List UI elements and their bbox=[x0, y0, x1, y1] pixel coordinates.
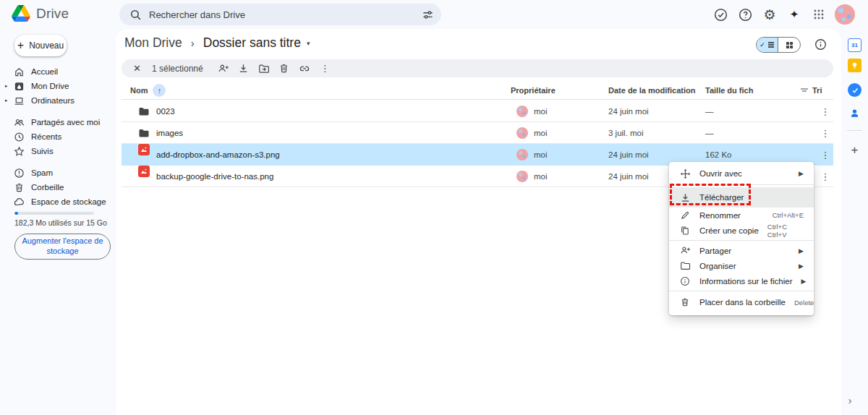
menu-item-informations[interactable]: Informations sur le fichier ▶ bbox=[669, 273, 814, 288]
list-view-toggle[interactable]: ✓ bbox=[757, 38, 778, 52]
sidebar-item-label: Récents bbox=[31, 132, 61, 141]
header-name[interactable]: Nom ↑ bbox=[130, 81, 166, 100]
shortcut-label: Delete bbox=[794, 299, 814, 307]
people-icon bbox=[13, 116, 25, 128]
open-with-icon bbox=[679, 168, 691, 179]
view-toggle: ✓ bbox=[756, 37, 801, 53]
plus-icon: + bbox=[17, 40, 24, 51]
drive-logo[interactable]: Drive bbox=[12, 5, 69, 22]
menu-separator bbox=[669, 240, 814, 241]
owner-name: moi bbox=[534, 129, 548, 137]
menu-item-corbeille[interactable]: Placer dans la corbeille Delete bbox=[669, 294, 814, 311]
image-file-icon bbox=[138, 166, 150, 177]
owner-name: moi bbox=[534, 172, 548, 181]
sidebar-item-stockage[interactable]: Espace de stockage bbox=[0, 194, 116, 209]
spam-icon bbox=[13, 167, 25, 179]
row-more-button[interactable]: ⋮ bbox=[820, 166, 831, 187]
close-icon[interactable]: ✕ bbox=[133, 63, 145, 74]
pencil-icon bbox=[679, 210, 691, 221]
left-sidebar: + Nouveau Accueil ▸ Mon Drive ▸ bbox=[0, 29, 116, 415]
header-size[interactable]: Taille du fich bbox=[705, 81, 753, 100]
upgrade-storage-button[interactable]: Augmenter l'espace de stockage bbox=[14, 234, 111, 260]
folder-icon bbox=[138, 122, 150, 144]
header-owner[interactable]: Propriétaire bbox=[511, 81, 556, 100]
shortcut-label: Ctrl+Alt+E bbox=[773, 211, 804, 219]
contacts-icon[interactable] bbox=[848, 106, 861, 120]
tasks-icon[interactable] bbox=[848, 83, 861, 97]
hide-panel-chevron-icon[interactable]: › bbox=[843, 393, 857, 408]
menu-item-renommer[interactable]: Renommer Ctrl+Alt+E bbox=[669, 208, 814, 223]
menu-separator bbox=[669, 291, 814, 291]
storage-progress-fill bbox=[14, 212, 18, 215]
trash-icon[interactable] bbox=[278, 63, 290, 74]
share-add-icon[interactable] bbox=[218, 63, 229, 74]
file-row-0023[interactable]: 0023 moi 24 juin moi — ⋮ bbox=[122, 100, 833, 122]
search-icon bbox=[129, 9, 142, 21]
top-bar: Drive ⚙ ✦ bbox=[0, 0, 868, 29]
info-icon bbox=[679, 275, 691, 287]
cloud-icon bbox=[13, 196, 25, 208]
info-icon[interactable] bbox=[814, 38, 827, 51]
help-icon[interactable] bbox=[736, 6, 754, 23]
sort-ascending-icon[interactable]: ↑ bbox=[153, 84, 166, 97]
search-bar[interactable] bbox=[119, 4, 441, 25]
new-button[interactable]: + Nouveau bbox=[14, 35, 67, 56]
sidebar-item-label: Spam bbox=[31, 168, 53, 177]
tune-icon[interactable] bbox=[422, 9, 434, 21]
calendar-icon[interactable]: 31 bbox=[848, 38, 861, 52]
sidebar-item-mon-drive[interactable]: ▸ Mon Drive bbox=[0, 79, 116, 93]
star-icon bbox=[13, 145, 25, 157]
sort-menu-button[interactable]: Tri bbox=[800, 81, 822, 100]
table-header: Nom ↑ Propriétaire Date de la modificati… bbox=[122, 81, 833, 100]
sidebar-item-corbeille[interactable]: Corbeille bbox=[0, 180, 116, 194]
settings-icon[interactable]: ⚙ bbox=[761, 6, 778, 23]
shortcut-label: Ctrl+C Ctrl+V bbox=[767, 223, 804, 239]
menu-item-organiser[interactable]: Organiser ▶ bbox=[669, 258, 814, 273]
sidebar-item-partages[interactable]: Partagés avec moi bbox=[0, 115, 116, 129]
menu-item-telecharger[interactable]: Télécharger bbox=[669, 187, 814, 208]
grid-view-toggle[interactable] bbox=[778, 38, 800, 52]
share-add-icon bbox=[679, 245, 691, 257]
list-icon bbox=[767, 41, 775, 48]
menu-item-partager[interactable]: Partager ▶ bbox=[669, 243, 814, 258]
expand-caret-icon[interactable]: ▸ bbox=[5, 98, 8, 103]
header-modified[interactable]: Date de la modification bbox=[608, 81, 695, 100]
gemini-icon[interactable]: ✦ bbox=[786, 6, 803, 23]
breadcrumb-caret-icon[interactable]: ▾ bbox=[307, 40, 310, 47]
sidebar-item-suivis[interactable]: Suivis bbox=[0, 144, 116, 158]
menu-item-creer-copie[interactable]: Créer une copie Ctrl+C Ctrl+V bbox=[669, 223, 814, 238]
sidebar-item-recents[interactable]: Récents bbox=[0, 129, 116, 144]
link-icon[interactable] bbox=[299, 63, 310, 74]
submenu-arrow-icon: ▶ bbox=[799, 247, 804, 254]
google-drive-window: Drive ⚙ ✦ bbox=[0, 0, 868, 415]
move-folder-icon[interactable] bbox=[258, 63, 270, 74]
breadcrumb-current[interactable]: Dossier sans titre bbox=[203, 35, 301, 51]
sidebar-item-spam[interactable]: Spam bbox=[0, 166, 116, 180]
menu-item-ouvrir-avec[interactable]: Ouvrir avec ▶ bbox=[669, 165, 814, 182]
sort-icon bbox=[800, 87, 809, 94]
sidebar-item-ordinateurs[interactable]: ▸ Ordinateurs bbox=[0, 93, 116, 108]
sidebar-item-accueil[interactable]: Accueil bbox=[0, 64, 116, 79]
avatar[interactable] bbox=[835, 4, 855, 25]
clock-icon bbox=[13, 131, 25, 142]
add-icon[interactable]: + bbox=[848, 143, 861, 157]
more-icon[interactable]: ⋮ bbox=[320, 63, 330, 74]
sidebar-item-label: Corbeille bbox=[31, 183, 64, 192]
apps-grid-icon[interactable] bbox=[810, 6, 827, 23]
search-input[interactable] bbox=[149, 9, 422, 20]
breadcrumb-root[interactable]: Mon Drive bbox=[124, 35, 182, 51]
keep-icon[interactable] bbox=[848, 59, 861, 72]
trash-icon bbox=[679, 296, 691, 308]
computer-icon bbox=[13, 95, 25, 106]
submenu-arrow-icon: ▶ bbox=[799, 170, 804, 177]
topbar-actions: ⚙ ✦ bbox=[712, 0, 855, 29]
owner-avatar bbox=[516, 171, 528, 182]
row-more-button[interactable]: ⋮ bbox=[820, 100, 831, 122]
row-more-button[interactable]: ⋮ bbox=[820, 144, 831, 166]
file-row-images[interactable]: images moi 3 juil. moi — ⋮ bbox=[122, 122, 833, 144]
row-more-button[interactable]: ⋮ bbox=[820, 122, 831, 144]
expand-caret-icon[interactable]: ▸ bbox=[5, 83, 8, 89]
download-icon[interactable] bbox=[238, 63, 250, 74]
sidebar-item-label: Mon Drive bbox=[31, 82, 69, 90]
offline-status-icon[interactable] bbox=[712, 6, 729, 23]
